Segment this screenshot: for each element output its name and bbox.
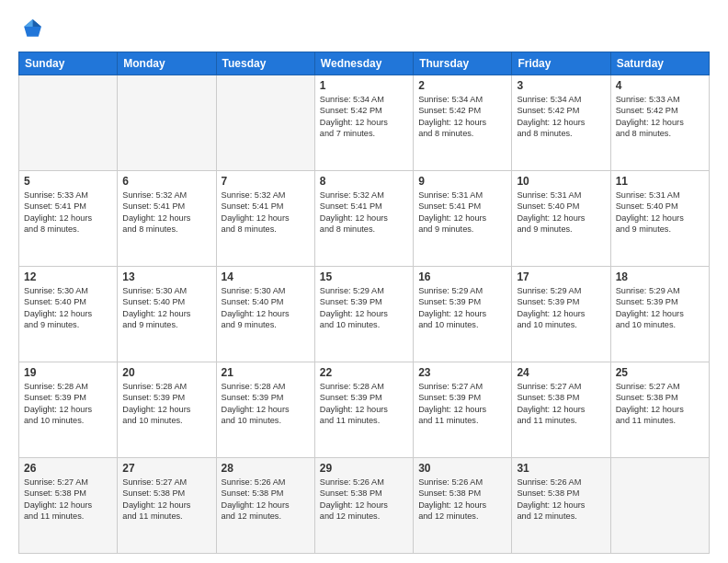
day-number: 15 bbox=[320, 270, 408, 283]
day-number: 9 bbox=[418, 175, 506, 188]
calendar-cell: 31Sunrise: 5:26 AM Sunset: 5:38 PM Dayli… bbox=[512, 458, 610, 554]
day-number: 11 bbox=[616, 175, 704, 188]
svg-marker-2 bbox=[24, 19, 32, 27]
calendar-cell: 22Sunrise: 5:28 AM Sunset: 5:39 PM Dayli… bbox=[314, 362, 413, 458]
cell-text: Sunrise: 5:34 AM Sunset: 5:42 PM Dayligh… bbox=[418, 94, 506, 140]
cell-text: Sunrise: 5:31 AM Sunset: 5:40 PM Dayligh… bbox=[616, 190, 704, 236]
day-number: 21 bbox=[222, 366, 310, 379]
logo-icon bbox=[18, 17, 44, 42]
calendar-cell bbox=[118, 75, 216, 171]
cell-text: Sunrise: 5:32 AM Sunset: 5:41 PM Dayligh… bbox=[222, 190, 310, 236]
weekday-header-thursday: Thursday bbox=[414, 52, 512, 75]
calendar-cell: 24Sunrise: 5:27 AM Sunset: 5:38 PM Dayli… bbox=[512, 362, 610, 458]
calendar-row-0: 1Sunrise: 5:34 AM Sunset: 5:42 PM Daylig… bbox=[19, 75, 710, 171]
cell-text: Sunrise: 5:27 AM Sunset: 5:38 PM Dayligh… bbox=[517, 381, 605, 427]
calendar-cell: 21Sunrise: 5:28 AM Sunset: 5:39 PM Dayli… bbox=[216, 362, 314, 458]
calendar-cell: 13Sunrise: 5:30 AM Sunset: 5:40 PM Dayli… bbox=[118, 267, 216, 362]
calendar-cell: 11Sunrise: 5:31 AM Sunset: 5:40 PM Dayli… bbox=[610, 171, 709, 267]
calendar-table: SundayMondayTuesdayWednesdayThursdayFrid… bbox=[18, 52, 710, 554]
calendar-cell: 12Sunrise: 5:30 AM Sunset: 5:40 PM Dayli… bbox=[19, 267, 118, 362]
cell-text: Sunrise: 5:29 AM Sunset: 5:39 PM Dayligh… bbox=[320, 285, 408, 331]
cell-text: Sunrise: 5:34 AM Sunset: 5:42 PM Dayligh… bbox=[320, 94, 408, 140]
cell-text: Sunrise: 5:33 AM Sunset: 5:42 PM Dayligh… bbox=[616, 94, 704, 140]
calendar-cell: 9Sunrise: 5:31 AM Sunset: 5:41 PM Daylig… bbox=[414, 171, 512, 267]
calendar-cell: 25Sunrise: 5:27 AM Sunset: 5:38 PM Dayli… bbox=[610, 362, 709, 458]
cell-text: Sunrise: 5:27 AM Sunset: 5:38 PM Dayligh… bbox=[122, 477, 210, 523]
cell-text: Sunrise: 5:30 AM Sunset: 5:40 PM Dayligh… bbox=[24, 285, 112, 331]
calendar-cell: 16Sunrise: 5:29 AM Sunset: 5:39 PM Dayli… bbox=[414, 267, 512, 362]
calendar-cell: 6Sunrise: 5:32 AM Sunset: 5:41 PM Daylig… bbox=[118, 171, 216, 267]
logo bbox=[18, 17, 48, 42]
calendar-cell: 14Sunrise: 5:30 AM Sunset: 5:40 PM Dayli… bbox=[216, 267, 314, 362]
day-number: 30 bbox=[418, 462, 506, 475]
day-number: 20 bbox=[122, 366, 210, 379]
cell-text: Sunrise: 5:27 AM Sunset: 5:38 PM Dayligh… bbox=[24, 477, 112, 523]
cell-text: Sunrise: 5:28 AM Sunset: 5:39 PM Dayligh… bbox=[122, 381, 210, 427]
day-number: 4 bbox=[616, 79, 704, 92]
cell-text: Sunrise: 5:26 AM Sunset: 5:38 PM Dayligh… bbox=[222, 477, 310, 523]
cell-text: Sunrise: 5:31 AM Sunset: 5:41 PM Dayligh… bbox=[418, 190, 506, 236]
calendar-cell: 29Sunrise: 5:26 AM Sunset: 5:38 PM Dayli… bbox=[314, 458, 413, 554]
day-number: 14 bbox=[222, 270, 310, 283]
cell-text: Sunrise: 5:28 AM Sunset: 5:39 PM Dayligh… bbox=[24, 381, 112, 427]
header bbox=[18, 17, 710, 42]
calendar-cell: 23Sunrise: 5:27 AM Sunset: 5:39 PM Dayli… bbox=[414, 362, 512, 458]
calendar-row-3: 19Sunrise: 5:28 AM Sunset: 5:39 PM Dayli… bbox=[19, 362, 710, 458]
day-number: 22 bbox=[320, 366, 408, 379]
weekday-header-tuesday: Tuesday bbox=[216, 52, 314, 75]
page: SundayMondayTuesdayWednesdayThursdayFrid… bbox=[0, 0, 728, 563]
cell-text: Sunrise: 5:29 AM Sunset: 5:39 PM Dayligh… bbox=[616, 285, 704, 331]
day-number: 28 bbox=[222, 462, 310, 475]
day-number: 23 bbox=[418, 366, 506, 379]
calendar-cell: 2Sunrise: 5:34 AM Sunset: 5:42 PM Daylig… bbox=[414, 75, 512, 171]
calendar-cell: 15Sunrise: 5:29 AM Sunset: 5:39 PM Dayli… bbox=[314, 267, 413, 362]
weekday-header-monday: Monday bbox=[118, 52, 216, 75]
cell-text: Sunrise: 5:29 AM Sunset: 5:39 PM Dayligh… bbox=[418, 285, 506, 331]
cell-text: Sunrise: 5:28 AM Sunset: 5:39 PM Dayligh… bbox=[320, 381, 408, 427]
day-number: 8 bbox=[320, 175, 408, 188]
calendar-cell: 4Sunrise: 5:33 AM Sunset: 5:42 PM Daylig… bbox=[610, 75, 709, 171]
cell-text: Sunrise: 5:26 AM Sunset: 5:38 PM Dayligh… bbox=[320, 477, 408, 523]
weekday-header-saturday: Saturday bbox=[610, 52, 709, 75]
day-number: 19 bbox=[24, 366, 112, 379]
calendar-cell: 5Sunrise: 5:33 AM Sunset: 5:41 PM Daylig… bbox=[19, 171, 118, 267]
calendar-cell: 27Sunrise: 5:27 AM Sunset: 5:38 PM Dayli… bbox=[118, 458, 216, 554]
calendar-cell: 1Sunrise: 5:34 AM Sunset: 5:42 PM Daylig… bbox=[314, 75, 413, 171]
cell-text: Sunrise: 5:26 AM Sunset: 5:38 PM Dayligh… bbox=[418, 477, 506, 523]
day-number: 3 bbox=[517, 79, 605, 92]
calendar-cell: 3Sunrise: 5:34 AM Sunset: 5:42 PM Daylig… bbox=[512, 75, 610, 171]
day-number: 17 bbox=[517, 270, 605, 283]
calendar-cell: 17Sunrise: 5:29 AM Sunset: 5:39 PM Dayli… bbox=[512, 267, 610, 362]
cell-text: Sunrise: 5:30 AM Sunset: 5:40 PM Dayligh… bbox=[122, 285, 210, 331]
calendar-row-4: 26Sunrise: 5:27 AM Sunset: 5:38 PM Dayli… bbox=[19, 458, 710, 554]
calendar-cell: 20Sunrise: 5:28 AM Sunset: 5:39 PM Dayli… bbox=[118, 362, 216, 458]
cell-text: Sunrise: 5:34 AM Sunset: 5:42 PM Dayligh… bbox=[517, 94, 605, 140]
day-number: 13 bbox=[122, 270, 210, 283]
calendar-cell: 28Sunrise: 5:26 AM Sunset: 5:38 PM Dayli… bbox=[216, 458, 314, 554]
calendar-cell: 30Sunrise: 5:26 AM Sunset: 5:38 PM Dayli… bbox=[414, 458, 512, 554]
day-number: 2 bbox=[418, 79, 506, 92]
calendar-cell: 26Sunrise: 5:27 AM Sunset: 5:38 PM Dayli… bbox=[19, 458, 118, 554]
day-number: 31 bbox=[517, 462, 605, 475]
calendar-cell: 10Sunrise: 5:31 AM Sunset: 5:40 PM Dayli… bbox=[512, 171, 610, 267]
calendar-row-2: 12Sunrise: 5:30 AM Sunset: 5:40 PM Dayli… bbox=[19, 267, 710, 362]
weekday-header-wednesday: Wednesday bbox=[314, 52, 413, 75]
calendar-row-1: 5Sunrise: 5:33 AM Sunset: 5:41 PM Daylig… bbox=[19, 171, 710, 267]
cell-text: Sunrise: 5:31 AM Sunset: 5:40 PM Dayligh… bbox=[517, 190, 605, 236]
cell-text: Sunrise: 5:27 AM Sunset: 5:38 PM Dayligh… bbox=[616, 381, 704, 427]
cell-text: Sunrise: 5:28 AM Sunset: 5:39 PM Dayligh… bbox=[222, 381, 310, 427]
calendar-cell: 18Sunrise: 5:29 AM Sunset: 5:39 PM Dayli… bbox=[610, 267, 709, 362]
calendar-cell: 19Sunrise: 5:28 AM Sunset: 5:39 PM Dayli… bbox=[19, 362, 118, 458]
calendar-cell bbox=[216, 75, 314, 171]
calendar-cell: 7Sunrise: 5:32 AM Sunset: 5:41 PM Daylig… bbox=[216, 171, 314, 267]
cell-text: Sunrise: 5:30 AM Sunset: 5:40 PM Dayligh… bbox=[222, 285, 310, 331]
calendar-cell bbox=[610, 458, 709, 554]
day-number: 12 bbox=[24, 270, 112, 283]
weekday-header-sunday: Sunday bbox=[19, 52, 118, 75]
svg-marker-1 bbox=[33, 19, 41, 27]
cell-text: Sunrise: 5:27 AM Sunset: 5:39 PM Dayligh… bbox=[418, 381, 506, 427]
calendar-cell bbox=[19, 75, 118, 171]
day-number: 27 bbox=[122, 462, 210, 475]
cell-text: Sunrise: 5:32 AM Sunset: 5:41 PM Dayligh… bbox=[122, 190, 210, 236]
day-number: 29 bbox=[320, 462, 408, 475]
